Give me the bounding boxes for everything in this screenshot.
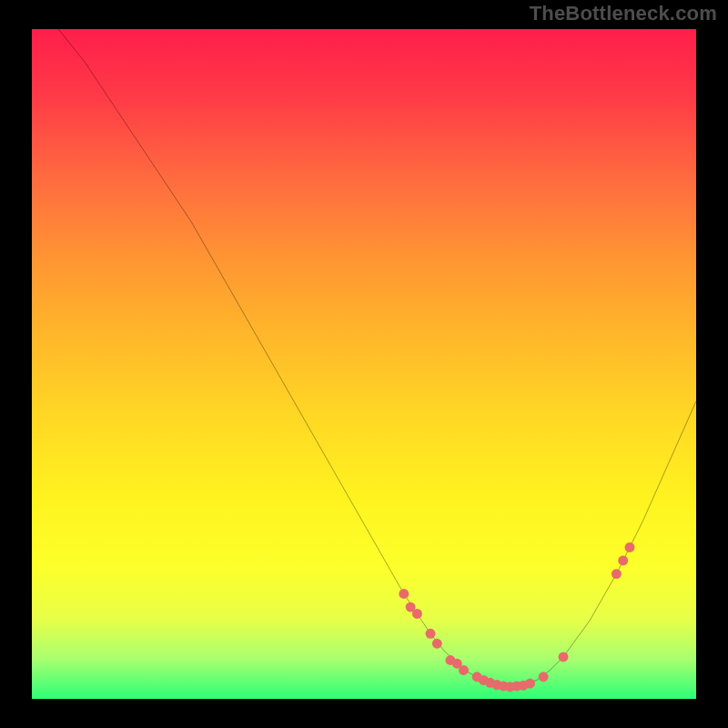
markers-group [399, 542, 634, 692]
data-marker [459, 665, 469, 675]
data-marker [625, 542, 635, 552]
data-marker [618, 556, 628, 566]
chart-frame: TheBottleneck.com [0, 0, 728, 728]
data-marker [426, 629, 436, 639]
watermark-text: TheBottleneck.com [530, 2, 717, 25]
data-marker [399, 589, 409, 599]
data-marker [539, 672, 549, 682]
data-marker [432, 639, 442, 649]
chart-svg [32, 29, 696, 693]
data-marker [559, 652, 569, 662]
curve-path [58, 29, 696, 687]
data-marker [525, 679, 535, 689]
data-marker [412, 609, 422, 619]
data-marker [612, 569, 622, 579]
plot-area [32, 29, 696, 699]
